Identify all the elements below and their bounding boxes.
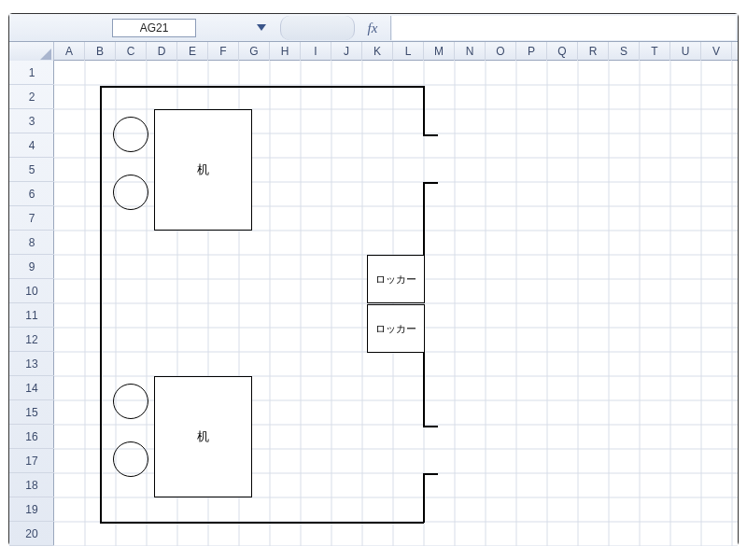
select-all-corner[interactable] [9,42,54,61]
col-header[interactable]: P [516,42,547,61]
door-jamb[interactable] [423,426,438,427]
col-header[interactable]: U [670,42,701,61]
name-box[interactable]: AG21 [112,19,196,37]
shape-label: ロッカー [375,273,416,287]
shape-desk-2[interactable]: 机 [154,376,252,497]
col-header[interactable]: M [424,42,455,61]
wall-right-seg[interactable] [423,353,425,426]
row-header[interactable]: 3 [9,109,54,133]
wall-right-seg[interactable] [423,473,425,523]
row-header[interactable]: 1 [9,61,54,85]
wall-right-seg[interactable] [423,182,425,255]
row-header[interactable]: 8 [9,231,54,255]
shape-locker-1[interactable]: ロッカー [367,255,425,303]
row-header[interactable]: 15 [9,400,54,425]
shape-locker-2[interactable]: ロッカー [367,304,425,353]
col-header[interactable]: O [486,42,516,61]
row-header[interactable]: 4 [9,133,54,158]
row-header[interactable]: 2 [9,85,54,109]
col-header[interactable]: I [301,42,331,61]
col-header[interactable]: E [177,42,208,61]
svg-marker-1 [40,49,51,60]
row-header[interactable]: 7 [9,206,54,231]
row-header[interactable]: 19 [9,497,54,522]
separator [390,16,391,40]
col-header[interactable]: V [701,42,732,61]
row-header[interactable]: 10 [9,279,54,303]
row-header[interactable]: 9 [9,255,54,279]
insert-function-button[interactable]: fx [362,18,383,38]
col-header[interactable]: B [85,42,116,61]
shape-label: 机 [197,161,209,178]
col-header[interactable]: L [393,42,424,61]
row-header[interactable]: 16 [9,425,54,449]
worksheet-grid[interactable]: A B C D E F G H I J K L M N O P Q R S T … [9,42,738,546]
select-all-icon [38,47,51,60]
col-header[interactable]: G [239,42,270,61]
wall-left[interactable] [100,86,102,523]
row-header[interactable]: 6 [9,182,54,206]
shape-chair[interactable] [113,117,148,152]
col-header[interactable]: H [270,42,301,61]
col-header[interactable]: J [331,42,362,61]
svg-marker-0 [257,24,266,31]
shape-chair[interactable] [113,384,148,419]
col-header[interactable]: R [578,42,609,61]
shape-label: ロッカー [375,322,416,336]
name-box-value: AG21 [140,21,169,35]
column-headers: A B C D E F G H I J K L M N O P Q R S T … [9,42,738,61]
row-header[interactable]: 12 [9,328,54,352]
wall-top[interactable] [100,86,424,88]
wall-right-seg[interactable] [423,86,425,134]
name-box-dropdown[interactable] [247,18,275,38]
row-header[interactable]: 14 [9,376,54,400]
shape-desk-1[interactable]: 机 [154,109,252,231]
col-header[interactable]: D [147,42,177,61]
col-header[interactable]: Q [547,42,578,61]
row-headers: 1 2 3 4 5 6 7 8 9 10 11 12 13 14 15 16 1… [9,61,54,546]
col-header[interactable]: A [54,42,85,61]
wall-bottom[interactable] [100,522,424,524]
chevron-down-icon [257,21,266,35]
shape-chair[interactable] [113,441,148,477]
shape-label: 机 [197,428,209,445]
formula-bar-buttons-well [280,16,355,40]
door-jamb[interactable] [423,182,438,184]
formula-input[interactable] [392,16,736,40]
col-header[interactable]: N [455,42,486,61]
row-header[interactable]: 17 [9,449,54,473]
row-header[interactable]: 5 [9,158,54,182]
col-header[interactable]: S [609,42,640,61]
row-header[interactable]: 13 [9,352,54,376]
door-jamb[interactable] [423,134,438,136]
row-header[interactable]: 18 [9,473,54,497]
fx-icon: fx [368,21,378,36]
col-header[interactable]: K [362,42,393,61]
row-header[interactable]: 11 [9,303,54,328]
col-header[interactable]: F [208,42,239,61]
col-header[interactable]: C [116,42,147,61]
col-header[interactable]: T [640,42,670,61]
shape-chair[interactable] [113,175,148,210]
row-header[interactable]: 20 [9,522,54,546]
door-jamb[interactable] [423,473,438,475]
